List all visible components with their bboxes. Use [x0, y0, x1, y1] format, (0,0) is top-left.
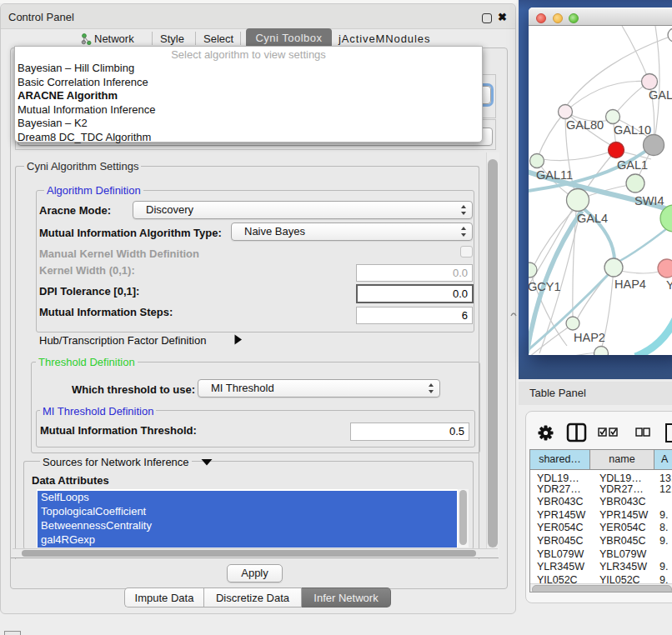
svg-text:GAL8: GAL8 — [649, 88, 672, 102]
svg-text:GAL11: GAL11 — [536, 168, 573, 182]
svg-text:SWI4: SWI4 — [634, 194, 664, 208]
svg-text:GAL4: GAL4 — [577, 212, 608, 225]
svg-text:GAL10: GAL10 — [614, 123, 651, 137]
svg-text:HAP2: HAP2 — [574, 331, 605, 344]
svg-text:GCY1: GCY1 — [529, 280, 561, 293]
svg-text:GAL80: GAL80 — [566, 118, 604, 132]
svg-text:HAP4: HAP4 — [614, 278, 646, 291]
svg-text:GAL1: GAL1 — [617, 158, 648, 172]
svg-text:Y: Y — [666, 278, 672, 292]
